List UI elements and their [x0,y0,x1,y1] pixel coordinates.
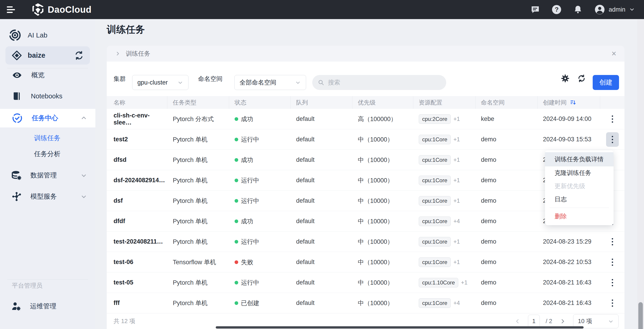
cell-priority: 中（10000） [352,238,413,246]
menu-item-workload-details[interactable]: 训练任务负载详情 [545,152,614,166]
bell-icon[interactable] [573,5,583,14]
sidebar-item-model-services[interactable]: 模型服务 [0,190,95,203]
search-input[interactable] [328,79,441,86]
cluster-select[interactable]: gpu-cluster [132,75,188,90]
cell-actions [600,255,624,269]
cell-actions [600,112,624,126]
close-icon[interactable]: × [612,50,616,58]
cell-queue: default [291,177,352,184]
resource-extra-count[interactable]: +4 [454,218,460,224]
column-header-type: 任务类型 [167,96,229,109]
switch-workspace-icon[interactable] [74,51,84,61]
resource-extra-count[interactable]: +1 [454,238,460,245]
sidebar-item-overview[interactable]: 概览 [0,69,95,82]
sidebar-item-training-jobs[interactable]: 训练任务 [0,132,95,145]
filter-bar: 集群 gpu-cluster 命名空间 全部命名空间 [107,62,624,96]
sidebar-item-data-management[interactable]: 数据管理 [0,169,95,182]
resource-extra-count[interactable]: +1 [454,259,460,265]
vertical-scrollbar-track[interactable] [637,19,644,329]
page-count: / 2 [546,318,552,325]
menu-item-delete[interactable]: 删除 [545,210,614,223]
resource-extra-count[interactable]: +1 [454,157,460,163]
kebab-menu-icon[interactable] [606,234,619,249]
resource-extra-count[interactable]: +1 [454,197,460,204]
cell-name[interactable]: test-05 [107,279,167,286]
settings-gear-icon[interactable] [561,74,570,83]
sidebar-item-task-center[interactable]: 任务中心 [0,109,95,127]
user-menu[interactable]: admin [594,4,635,15]
chevron-right-icon [115,51,121,57]
cell-resources: cpu:1Core +1 [413,237,476,246]
page-number-input[interactable]: 1 [528,315,540,328]
kebab-menu-icon[interactable] [606,296,619,310]
cell-name[interactable]: test-202408211… [107,238,167,245]
cell-name[interactable]: dsf [107,197,167,204]
table-row: fff Pytorch 单机 已创建 default 中（10000） cpu:… [107,293,624,313]
chevron-down-icon[interactable] [80,193,87,200]
cell-created-time: 2024-08-21 16:43 [538,299,600,306]
refresh-icon[interactable] [577,74,586,83]
cell-name[interactable]: dsf-2024082914… [107,177,167,184]
cell-priority: 中（10000） [352,258,413,266]
cell-type: Pytorch 单机 [167,197,229,205]
workspace-switcher[interactable]: baize [6,46,90,65]
resource-extra-count[interactable]: +1 [454,136,460,143]
column-header-priority: 优先级 [352,96,413,109]
vertical-scrollbar-thumb[interactable] [638,302,643,329]
menu-item-update-priority: 更新优先级 [545,179,614,193]
cell-priority: 中（10000） [352,176,413,184]
kebab-menu-icon[interactable] [606,275,619,290]
cell-name[interactable]: test-06 [107,258,167,266]
table-row: test2 Pytorch 单机 运行中 default 中（10000） cp… [107,129,624,150]
namespace-select[interactable]: 全部命名空间 [234,75,306,90]
chat-icon[interactable] [530,5,540,14]
cell-name[interactable]: test2 [107,136,167,143]
user-gear-icon [11,301,22,312]
column-header-resources: 资源配置 [413,96,476,109]
chevron-up-icon[interactable] [80,115,87,122]
row-context-menu: 训练任务负载详情 克隆训练任务 更新优先级 日志 删除 [545,150,614,225]
cell-namespace: demo [476,258,538,266]
menu-item-logs[interactable]: 日志 [545,193,614,206]
help-icon[interactable]: ? [552,5,561,14]
kebab-menu-icon[interactable] [606,255,619,269]
resource-extra-count[interactable]: +1 [461,279,468,286]
sidebar-item-ops-management[interactable]: 运维管理 [0,300,95,313]
sidebar-item-task-analysis[interactable]: 任务分析 [0,148,95,160]
next-page-icon[interactable] [558,317,567,326]
status-dot [234,219,238,223]
create-button[interactable]: 创建 [593,75,619,90]
menu-item-clone-job[interactable]: 克隆训练任务 [545,166,614,179]
sidebar-item-notebooks[interactable]: Notebooks [0,90,95,103]
sidebar: AI Lab baize 概览 Notebooks [0,19,95,329]
sort-descending-icon[interactable] [570,99,576,106]
status-text: 成功 [241,115,253,123]
resource-extra-count[interactable]: +4 [454,300,460,306]
status-dot [234,199,238,203]
sidebar-product-ai-lab[interactable]: AI Lab [0,27,95,43]
kebab-menu-icon[interactable] [606,132,619,147]
workspace-icon [11,50,22,61]
resource-extra-count[interactable]: +1 [454,116,460,122]
cell-name[interactable]: dfsd [107,156,167,163]
cell-type: Pytorch 单机 [167,238,229,246]
cell-name[interactable]: dfdf [107,218,167,225]
horizontal-scrollbar-thumb[interactable] [216,326,584,328]
overview-label: 概览 [31,71,44,80]
kebab-menu-icon[interactable] [606,112,619,126]
sidebar-section-platform-admin: 平台管理员 [12,281,42,290]
cell-name[interactable]: fff [107,299,167,306]
cell-name[interactable]: cli-sh-c-env-slee… [107,112,167,126]
resource-extra-count[interactable]: +1 [454,177,460,184]
chevron-down-icon [608,318,614,324]
cell-resources: cpu:1Core +1 [413,176,476,185]
breadcrumb[interactable]: 训练任务 [115,50,150,58]
prev-page-icon[interactable] [513,317,522,326]
check-circle-icon [12,113,23,124]
hamburger-menu-icon[interactable] [7,5,17,14]
chevron-down-icon[interactable] [80,172,87,179]
search-icon [318,79,324,86]
cell-actions [600,296,624,310]
ai-lab-icon [9,29,21,42]
status-text: 成功 [241,156,253,164]
